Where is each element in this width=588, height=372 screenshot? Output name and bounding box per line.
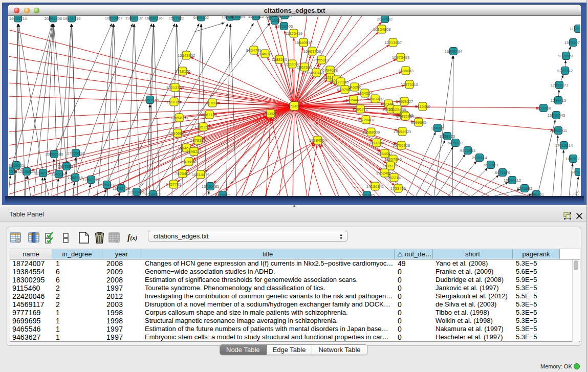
svg-text:15692911: 15692911 [550,128,567,133]
svg-text:20206586: 20206586 [46,152,63,157]
svg-text:20756928: 20756928 [393,143,410,148]
svg-text:8813054: 8813054 [277,16,293,18]
svg-text:7663822: 7663822 [267,18,282,23]
svg-text:12156829: 12156829 [18,169,36,174]
svg-text:17016514: 17016514 [555,143,573,148]
svg-text:19339337: 19339337 [125,16,143,20]
svg-text:14136141: 14136141 [366,184,384,189]
svg-text:1610755: 1610755 [166,100,182,104]
svg-text:11121314: 11121314 [570,27,580,31]
svg-text:7386372: 7386372 [353,107,368,112]
svg-text:8475012: 8475012 [215,193,230,196]
svg-text:12375115: 12375115 [401,82,419,87]
svg-text:9457791: 9457791 [166,182,181,187]
svg-text:1671315: 1671315 [248,16,264,19]
svg-text:6479197: 6479197 [448,141,463,145]
svg-text:12342757: 12342757 [34,171,52,176]
svg-text:19166822: 19166822 [169,131,187,136]
svg-text:19384554: 19384554 [309,138,327,143]
svg-text:1167533: 1167533 [565,157,580,161]
svg-text:16914479: 16914479 [192,172,210,177]
svg-text:9474444: 9474444 [460,148,476,153]
svg-text:15751074: 15751074 [564,40,580,45]
svg-text:1733426: 1733426 [390,186,406,191]
svg-text:9329961: 9329961 [558,54,574,58]
svg-text:2087682: 2087682 [377,17,393,21]
svg-text:15720407: 15720407 [357,118,375,122]
svg-text:9699695: 9699695 [411,120,427,125]
svg-text:10973493: 10973493 [392,55,410,60]
svg-text:18724007: 18724007 [286,104,303,108]
svg-text:6990448: 6990448 [309,71,324,75]
svg-text:5878332: 5878332 [190,138,206,143]
svg-text:817006: 817006 [206,101,219,105]
svg-text:13716485: 13716485 [202,184,220,189]
svg-text:12213967: 12213967 [384,40,402,45]
svg-text:1250515: 1250515 [68,176,83,180]
svg-text:18807249: 18807249 [368,141,386,145]
svg-text:6466102: 6466102 [193,16,209,20]
svg-text:12353594: 12353594 [194,125,212,129]
svg-text:9131945: 9131945 [359,193,375,196]
svg-text:9777169: 9777169 [333,80,349,84]
svg-text:15409948: 15409948 [180,160,198,164]
svg-text:1527602: 1527602 [169,16,184,20]
svg-text:16648784: 16648784 [445,49,463,54]
svg-text:12093873: 12093873 [551,83,569,87]
svg-text:11207946: 11207946 [384,157,402,162]
svg-text:12213319: 12213319 [166,85,184,90]
svg-text:12923468: 12923468 [128,190,146,194]
svg-text:7485063: 7485063 [398,69,413,73]
svg-text:746266: 746266 [348,85,361,90]
svg-text:252214: 252214 [387,176,401,180]
svg-text:164095: 164095 [431,126,445,130]
svg-text:9227342: 9227342 [557,69,573,73]
svg-text:7955812: 7955812 [314,58,329,62]
svg-text:7625402: 7625402 [175,171,190,176]
svg-text:16088316: 16088316 [145,16,163,20]
svg-text:8938923: 8938923 [440,134,455,139]
svg-text:17359924: 17359924 [67,151,85,156]
svg-text:16154808: 16154808 [373,27,391,32]
svg-text:10688609: 10688609 [362,130,380,135]
svg-text:8471676: 8471676 [495,170,510,175]
svg-text:9245682: 9245682 [517,186,532,191]
svg-text:20691406: 20691406 [45,16,62,21]
svg-text:19975887: 19975887 [58,164,76,169]
svg-text:6794028: 6794028 [322,68,338,73]
svg-text:14463627: 14463627 [396,99,413,104]
svg-text:9146821: 9146821 [257,52,273,56]
svg-text:8296401: 8296401 [529,192,544,196]
svg-text:9115460: 9115460 [415,104,430,109]
svg-text:10653267: 10653267 [105,16,123,20]
svg-text:16961758: 16961758 [303,49,321,54]
svg-text:16640910: 16640910 [295,40,313,45]
svg-text:10654112: 10654112 [504,178,521,183]
svg-text:1244415: 1244415 [551,98,567,103]
svg-text:17957225: 17957225 [82,178,100,182]
svg-text:9245012: 9245012 [145,192,161,196]
svg-text:10507487: 10507487 [366,97,384,101]
svg-text:19131719: 19131719 [63,16,81,21]
svg-text:2935114: 2935114 [472,156,487,160]
svg-text:20364436: 20364436 [345,98,363,102]
svg-text:1145194: 1145194 [51,172,67,177]
svg-text:1615172: 1615172 [383,164,398,168]
svg-text:3215958: 3215958 [536,106,551,111]
svg-text:19218506: 19218506 [275,24,293,29]
svg-text:3624554: 3624554 [357,91,373,96]
svg-text:3267130: 3267130 [202,113,217,117]
svg-text:16543362: 16543362 [178,53,195,58]
svg-text:2718170: 2718170 [175,69,191,74]
svg-text:14495714: 14495714 [397,114,415,119]
svg-text:1498222: 1498222 [186,149,202,154]
svg-text:19654923: 19654923 [394,129,411,134]
svg-text:10654933: 10654933 [170,116,188,120]
svg-text:1588520: 1588520 [272,57,288,62]
svg-text:11325419: 11325419 [285,31,302,36]
svg-text:18300295: 18300295 [262,112,280,116]
svg-text:20053346: 20053346 [141,98,159,102]
svg-text:1362615: 1362615 [297,65,313,70]
svg-text:16033809: 16033809 [228,16,246,19]
svg-text:16210643: 16210643 [548,113,565,118]
